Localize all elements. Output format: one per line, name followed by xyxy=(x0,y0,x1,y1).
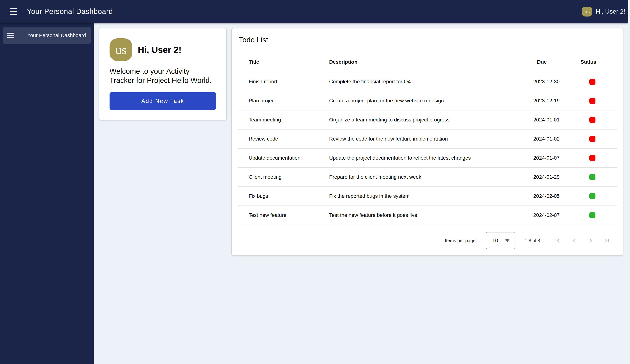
column-header-due: Due xyxy=(514,52,560,72)
add-new-task-button[interactable]: Add New Task xyxy=(110,92,216,110)
status-indicator xyxy=(590,117,596,123)
sidebar-item-label: Your Personal Dashboard xyxy=(27,32,86,38)
status-indicator xyxy=(590,193,596,199)
cell-status xyxy=(560,149,617,168)
column-header-title: Title xyxy=(238,52,325,72)
sidebar-item-dashboard[interactable]: Your Personal Dashboard xyxy=(3,27,90,44)
cell-description: Create a project plan for the new websit… xyxy=(325,91,514,110)
status-indicator xyxy=(590,136,596,142)
todo-row: Review code Review the code for the new … xyxy=(238,129,617,149)
list-icon xyxy=(7,33,14,38)
first-page-icon xyxy=(554,237,561,244)
todo-row: Update documentation Update the project … xyxy=(238,149,617,168)
todo-row: Fix bugs Fix the reported bugs in the sy… xyxy=(238,186,617,206)
cell-title: Test new feature xyxy=(238,206,325,225)
cell-due: 2024-01-02 xyxy=(514,129,560,149)
cell-status xyxy=(560,186,617,206)
cell-due: 2023-12-30 xyxy=(514,72,560,91)
scrollbar[interactable] xyxy=(628,0,630,364)
last-page-button[interactable] xyxy=(600,234,614,247)
avatar-initials: us xyxy=(116,42,126,57)
welcome-card: us Hi, User 2! Welcome to your Activity … xyxy=(99,28,226,120)
last-page-icon xyxy=(603,237,611,244)
page-size-select[interactable]: 10 xyxy=(486,232,515,249)
todo-row: Plan project Create a project plan for t… xyxy=(238,91,617,110)
paginator: Items per page: 10 1-8 of 8 xyxy=(238,225,616,256)
cell-description: Review the code for the new feature impl… xyxy=(325,129,514,149)
cell-status xyxy=(560,129,617,149)
cell-title: Team meeting xyxy=(238,110,325,129)
items-per-page-label: Items per page: xyxy=(445,238,477,243)
paginator-nav xyxy=(551,234,614,247)
sidebar: Your Personal Dashboard xyxy=(0,23,94,364)
cell-due: 2024-01-01 xyxy=(514,110,560,129)
todo-list-title: Todo List xyxy=(239,36,616,44)
cell-description: Fix the reported bugs in the system xyxy=(325,186,514,206)
status-indicator xyxy=(590,79,596,85)
dropdown-arrow-icon xyxy=(506,239,510,242)
cell-description: Prepare for the client meeting next week xyxy=(325,168,514,186)
menu-button[interactable] xyxy=(9,7,17,15)
cell-due: 2024-01-07 xyxy=(514,149,560,168)
column-header-description: Description xyxy=(325,52,514,72)
todo-card: Todo List Title Description Due Status F… xyxy=(232,28,623,256)
cell-description: Update the project documentation to refl… xyxy=(325,149,514,168)
status-indicator xyxy=(590,98,596,104)
cell-title: Finish report xyxy=(238,72,325,91)
status-indicator xyxy=(590,174,596,180)
cell-due: 2023-12-19 xyxy=(514,91,560,110)
cell-title: Client meeting xyxy=(238,168,325,186)
cell-status xyxy=(560,91,617,110)
next-page-button[interactable] xyxy=(584,234,597,247)
welcome-message: Welcome to your Activity Tracker for Pro… xyxy=(110,67,216,85)
cell-status xyxy=(560,110,617,129)
table-header-row: Title Description Due Status xyxy=(238,52,617,72)
chevron-left-icon xyxy=(570,237,578,244)
page-range-label: 1-8 of 8 xyxy=(524,238,540,243)
navbar-greeting: Hi, User 2! xyxy=(596,8,625,15)
welcome-header: us Hi, User 2! xyxy=(110,38,216,61)
todo-row: Team meeting Organize a team meeting to … xyxy=(238,110,617,129)
welcome-heading: Hi, User 2! xyxy=(138,45,182,55)
top-navbar: Your Personal Dashboard us Hi, User 2! xyxy=(0,0,630,23)
cell-title: Update documentation xyxy=(238,149,325,168)
cell-status xyxy=(560,168,617,186)
todo-row: Test new feature Test the new feature be… xyxy=(238,206,617,225)
cell-status xyxy=(560,206,617,225)
cell-description: Organize a team meeting to discuss proje… xyxy=(325,110,514,129)
cell-title: Review code xyxy=(238,129,325,149)
column-header-status: Status xyxy=(560,52,617,72)
cell-title: Plan project xyxy=(238,91,325,110)
chevron-right-icon xyxy=(587,237,594,244)
avatar-initials: us xyxy=(584,8,590,15)
app-title: Your Personal Dashboard xyxy=(27,7,113,15)
cell-title: Fix bugs xyxy=(238,186,325,206)
previous-page-button[interactable] xyxy=(567,234,580,247)
user-avatar: us xyxy=(582,6,592,16)
todo-row: Finish report Complete the financial rep… xyxy=(238,72,617,91)
first-page-button[interactable] xyxy=(551,234,564,247)
main-content: us Hi, User 2! Welcome to your Activity … xyxy=(94,23,630,364)
cell-description: Test the new feature before it goes live xyxy=(325,206,514,225)
status-indicator xyxy=(590,155,596,161)
todo-table: Title Description Due Status Finish repo… xyxy=(238,52,617,225)
cell-due: 2024-02-07 xyxy=(514,206,560,225)
page-size-value: 10 xyxy=(492,238,498,244)
user-menu[interactable]: us Hi, User 2! xyxy=(582,6,625,16)
cell-due: 2024-01-29 xyxy=(514,168,560,186)
cell-status xyxy=(560,72,617,91)
welcome-avatar: us xyxy=(110,38,132,61)
status-indicator xyxy=(590,212,596,218)
cell-description: Complete the financial report for Q4 xyxy=(325,72,514,91)
todo-row: Client meeting Prepare for the client me… xyxy=(238,168,617,186)
cell-due: 2024-02-05 xyxy=(514,186,560,206)
